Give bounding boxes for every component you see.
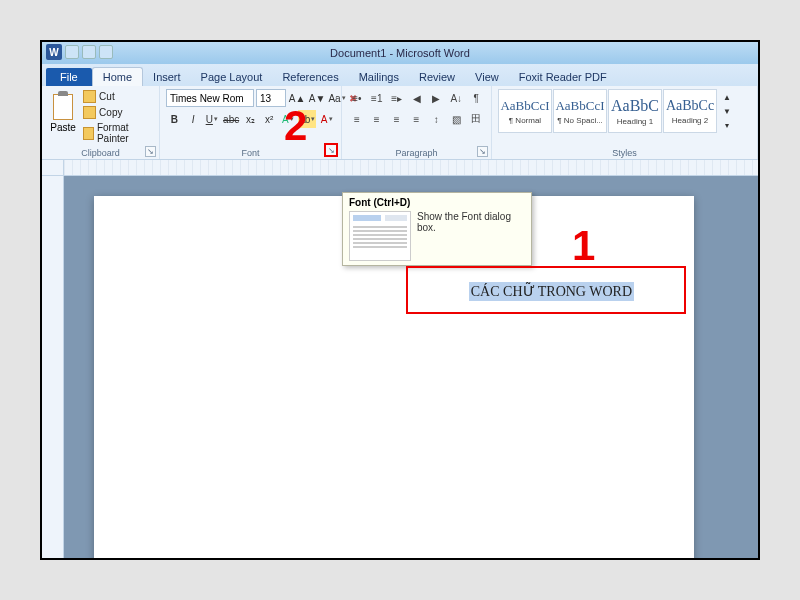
tab-review[interactable]: Review	[409, 68, 465, 86]
annotation-2: 2	[284, 102, 307, 150]
styles-more-icon[interactable]: ▾	[718, 119, 736, 131]
undo-icon[interactable]	[82, 45, 96, 59]
scissors-icon	[83, 90, 96, 103]
annotation-box-1	[406, 266, 686, 314]
ruler-vertical[interactable]	[42, 176, 64, 558]
cut-button[interactable]: Cut	[80, 89, 153, 104]
superscript-button[interactable]: x²	[261, 110, 278, 128]
style-nospacing[interactable]: AaBbCcI¶ No Spaci...	[553, 89, 607, 133]
tab-view[interactable]: View	[465, 68, 509, 86]
clipboard-launcher-icon[interactable]: ↘	[145, 146, 156, 157]
styles-scroll-down-icon[interactable]: ▼	[718, 105, 736, 117]
clipboard-icon	[53, 94, 73, 120]
tooltip-preview-icon	[349, 211, 411, 261]
align-center-button[interactable]: ≡	[368, 110, 386, 128]
italic-button[interactable]: I	[185, 110, 202, 128]
shading-button[interactable]: ▧	[447, 110, 465, 128]
style-heading2[interactable]: AaBbCcHeading 2	[663, 89, 717, 133]
shrink-font-button[interactable]: A▼	[308, 89, 326, 107]
bullets-button[interactable]: ≡•	[348, 89, 366, 107]
copy-button[interactable]: Copy	[80, 105, 153, 120]
tab-insert[interactable]: Insert	[143, 68, 191, 86]
ribbon-tabs: File Home Insert Page Layout References …	[42, 64, 758, 86]
align-left-button[interactable]: ≡	[348, 110, 366, 128]
paragraph-launcher-icon[interactable]: ↘	[477, 146, 488, 157]
font-dialog-launcher-icon[interactable]: ↘	[324, 143, 338, 157]
font-color-button[interactable]: A	[318, 110, 335, 128]
tab-file[interactable]: File	[46, 68, 92, 86]
group-label-clipboard: Clipboard	[42, 148, 159, 158]
group-clipboard: Paste Cut Copy Format Painter Clipboard …	[42, 86, 160, 159]
redo-icon[interactable]	[99, 45, 113, 59]
sort-button[interactable]: A↓	[447, 89, 465, 107]
underline-button[interactable]: U	[203, 110, 220, 128]
group-styles: AaBbCcI¶ Normal AaBbCcI¶ No Spaci... AaB…	[492, 86, 758, 159]
tooltip-title: Font (Ctrl+D)	[349, 197, 525, 208]
numbering-button[interactable]: ≡1	[368, 89, 386, 107]
ruler-horizontal[interactable]	[42, 160, 758, 176]
titlebar: W Document1 - Microsoft Word	[42, 42, 758, 64]
font-size-select[interactable]	[256, 89, 286, 107]
styles-scroll-up-icon[interactable]: ▲	[718, 91, 736, 103]
save-icon[interactable]	[65, 45, 79, 59]
strike-button[interactable]: abc	[222, 110, 240, 128]
tab-home[interactable]: Home	[92, 67, 143, 86]
tab-foxit[interactable]: Foxit Reader PDF	[509, 68, 617, 86]
tab-references[interactable]: References	[272, 68, 348, 86]
annotation-1: 1	[572, 222, 595, 270]
multilevel-button[interactable]: ≡▸	[388, 89, 406, 107]
show-marks-button[interactable]: ¶	[467, 89, 485, 107]
tab-page-layout[interactable]: Page Layout	[191, 68, 273, 86]
group-font: A▲ A▼ Aa ✖ B I U abc x₂ x² A ab A Font ↘	[160, 86, 342, 159]
font-name-select[interactable]	[166, 89, 254, 107]
paste-label: Paste	[50, 122, 76, 133]
quick-access-toolbar: W	[46, 44, 113, 60]
borders-button[interactable]: 田	[467, 110, 485, 128]
group-label-styles: Styles	[492, 148, 757, 158]
group-label-paragraph: Paragraph	[342, 148, 491, 158]
window-title: Document1 - Microsoft Word	[330, 47, 470, 59]
line-spacing-button[interactable]: ↕	[427, 110, 445, 128]
brush-icon	[83, 127, 94, 140]
tab-mailings[interactable]: Mailings	[349, 68, 409, 86]
tooltip-font-dialog: Font (Ctrl+D) Show the Font dialog box.	[342, 192, 532, 266]
word-icon[interactable]: W	[46, 44, 62, 60]
paste-button[interactable]: Paste	[48, 89, 78, 141]
group-label-font: Font	[160, 148, 341, 158]
subscript-button[interactable]: x₂	[242, 110, 259, 128]
ribbon: Paste Cut Copy Format Painter Clipboard …	[42, 86, 758, 160]
align-right-button[interactable]: ≡	[388, 110, 406, 128]
decrease-indent-button[interactable]: ◀	[408, 89, 426, 107]
format-painter-button[interactable]: Format Painter	[80, 121, 153, 145]
increase-indent-button[interactable]: ▶	[427, 89, 445, 107]
bold-button[interactable]: B	[166, 110, 183, 128]
tooltip-desc: Show the Font dialog box.	[417, 211, 525, 261]
app-window: W Document1 - Microsoft Word File Home I…	[40, 40, 760, 560]
copy-icon	[83, 106, 96, 119]
justify-button[interactable]: ≡	[408, 110, 426, 128]
group-paragraph: ≡• ≡1 ≡▸ ◀ ▶ A↓ ¶ ≡ ≡ ≡ ≡ ↕ ▧ 田 Paragrap…	[342, 86, 492, 159]
style-normal[interactable]: AaBbCcI¶ Normal	[498, 89, 552, 133]
style-heading1[interactable]: AaBbCHeading 1	[608, 89, 662, 133]
